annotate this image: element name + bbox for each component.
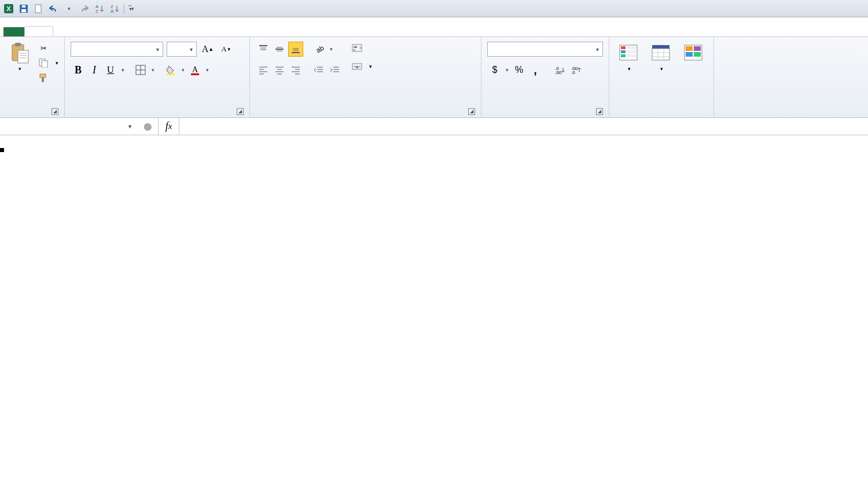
tab-insert[interactable]: [53, 27, 81, 36]
italic-button[interactable]: I: [87, 62, 102, 77]
font-dialog-launcher-icon[interactable]: ◢: [237, 108, 244, 115]
wrap-text-button[interactable]: abc: [352, 42, 372, 54]
font-size-combo[interactable]: [167, 42, 197, 57]
svg-rect-26: [191, 73, 199, 75]
svg-rect-19: [40, 74, 46, 77]
fill-color-dropdown[interactable]: [179, 62, 186, 77]
conditional-formatting-button[interactable]: ▾: [615, 42, 643, 73]
grow-font-icon[interactable]: A▲: [200, 42, 215, 57]
svg-rect-68: [627, 46, 636, 49]
quick-access-toolbar: X AZ ZA: [0, 3, 134, 14]
svg-rect-4: [22, 5, 25, 8]
tab-file[interactable]: [3, 27, 24, 36]
shrink-font-icon[interactable]: A▼: [219, 42, 234, 57]
tab-team[interactable]: [248, 27, 275, 36]
cut-button[interactable]: ✂: [38, 42, 58, 54]
tab-view[interactable]: [192, 27, 220, 36]
spreadsheet-grid[interactable]: [0, 135, 868, 148]
merge-dropdown-icon[interactable]: ▾: [369, 64, 372, 69]
group-label-number: ◢: [487, 114, 603, 116]
accounting-dropdown[interactable]: [503, 62, 510, 77]
wrap-text-icon: abc: [352, 43, 362, 53]
merge-center-icon: a: [352, 61, 362, 72]
svg-rect-78: [686, 46, 693, 51]
percent-format-icon[interactable]: %: [512, 62, 527, 77]
align-bottom-icon[interactable]: [288, 42, 303, 57]
svg-rect-12: [15, 43, 21, 46]
svg-rect-72: [652, 49, 670, 60]
bold-button[interactable]: B: [71, 62, 86, 77]
cut-icon: ✂: [38, 43, 49, 53]
tab-page-layout[interactable]: [81, 27, 109, 36]
decrease-indent-icon[interactable]: [311, 62, 326, 77]
comma-format-icon[interactable]: ,: [528, 62, 543, 77]
tab-review[interactable]: [164, 27, 192, 36]
ribbon: ▾ ✂ ▾: [0, 37, 868, 118]
qat-customize-icon[interactable]: [124, 3, 134, 14]
underline-dropdown[interactable]: [119, 62, 126, 77]
number-dialog-launcher-icon[interactable]: ◢: [596, 108, 603, 115]
title-bar: X AZ ZA: [0, 0, 868, 17]
group-label-clipboard: ◢: [6, 114, 58, 116]
merge-center-button[interactable]: a ▾: [352, 60, 372, 73]
cancel-formula-icon[interactable]: ⬤: [138, 118, 159, 135]
font-color-dropdown[interactable]: [204, 62, 211, 77]
group-label-alignment: ◢: [256, 114, 475, 116]
clipboard-dialog-launcher-icon[interactable]: ◢: [52, 108, 58, 115]
new-icon[interactable]: [34, 3, 44, 14]
paste-button[interactable]: ▾: [6, 42, 34, 73]
paste-icon: [9, 43, 30, 64]
undo-dropdown[interactable]: [64, 3, 74, 14]
svg-text:.00: .00: [555, 70, 562, 75]
svg-rect-69: [627, 50, 636, 53]
tab-formulas[interactable]: [109, 27, 137, 36]
tab-home[interactable]: [24, 26, 53, 36]
orientation-dropdown[interactable]: [328, 42, 334, 57]
align-top-icon[interactable]: [256, 42, 271, 57]
accounting-format-icon[interactable]: $: [487, 62, 502, 77]
svg-rect-66: [621, 50, 626, 53]
svg-text:c: c: [354, 48, 355, 51]
align-center-icon[interactable]: [272, 62, 287, 77]
svg-text:Z: Z: [95, 9, 98, 14]
group-font: A▲ A▼ B I U A: [65, 37, 250, 117]
align-right-icon[interactable]: [288, 62, 303, 77]
formula-input[interactable]: [179, 118, 868, 135]
borders-dropdown[interactable]: [149, 62, 156, 77]
formula-bar: ⬤ fx: [0, 118, 868, 135]
conditional-formatting-icon: [619, 43, 639, 64]
copy-dropdown-icon[interactable]: ▾: [56, 60, 58, 66]
svg-rect-20: [42, 77, 44, 82]
alignment-dialog-launcher-icon[interactable]: ◢: [468, 108, 475, 115]
decrease-decimal-icon[interactable]: .00.0: [568, 62, 583, 77]
font-name-combo[interactable]: [71, 42, 163, 57]
paste-dropdown-icon[interactable]: ▾: [19, 66, 21, 72]
save-icon[interactable]: [19, 3, 29, 14]
tab-developer[interactable]: [220, 27, 248, 36]
insert-function-icon[interactable]: fx: [159, 118, 179, 135]
tab-data[interactable]: [137, 27, 164, 36]
font-color-icon[interactable]: A: [187, 62, 203, 77]
number-format-combo[interactable]: [487, 42, 603, 57]
ribbon-tabs: [0, 17, 868, 37]
increase-decimal-icon[interactable]: .0.00: [552, 62, 567, 77]
sort-asc-icon[interactable]: AZ: [94, 3, 104, 14]
orientation-icon[interactable]: ab: [311, 42, 326, 57]
format-painter-button[interactable]: [38, 72, 58, 84]
underline-button[interactable]: U: [103, 62, 118, 77]
undo-icon[interactable]: [49, 3, 59, 14]
copy-icon: [38, 58, 49, 68]
sort-desc-icon[interactable]: ZA: [109, 3, 119, 14]
fill-color-icon[interactable]: [163, 62, 178, 77]
group-alignment: ab abc a: [250, 37, 481, 117]
format-as-table-button[interactable]: ▾: [648, 42, 675, 73]
align-middle-icon[interactable]: [272, 42, 287, 57]
svg-rect-81: [694, 52, 701, 57]
cell-styles-button[interactable]: [680, 42, 708, 66]
borders-icon[interactable]: [133, 62, 148, 77]
align-left-icon[interactable]: [256, 62, 271, 77]
copy-button[interactable]: ▾: [38, 57, 58, 69]
increase-indent-icon[interactable]: [328, 62, 343, 77]
redo-icon[interactable]: [79, 3, 89, 14]
svg-text:ab: ab: [315, 44, 324, 54]
